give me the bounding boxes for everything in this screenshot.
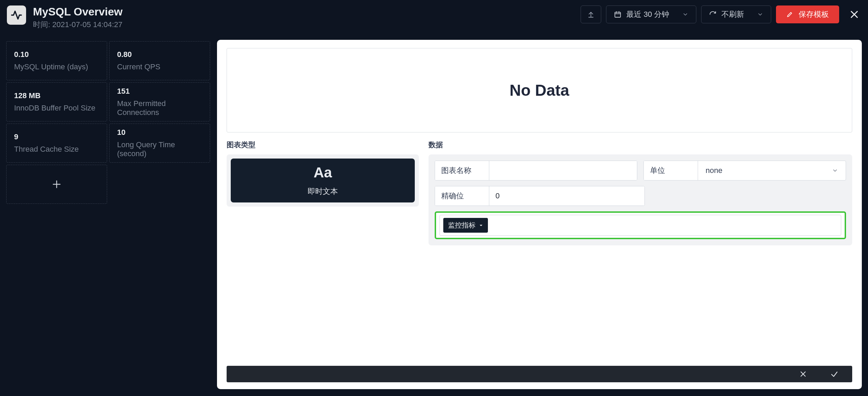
metric-tile-grid: 0.10 MySQL Uptime (days) 0.80 Current QP… (6, 41, 210, 204)
chevron-down-icon (832, 167, 838, 174)
precision-input[interactable] (489, 186, 644, 206)
metric-tile[interactable]: 128 MB InnoDB Buffer Pool Size (6, 82, 107, 121)
metric-label: Current QPS (117, 62, 202, 71)
precision-group: 精确位 (435, 186, 645, 206)
timerange-dropdown[interactable]: 最近 30 分钟 (606, 5, 696, 23)
close-icon (849, 9, 859, 20)
page-title: MySQL Overview (33, 5, 123, 18)
timestamp-prefix: 时间: (33, 20, 52, 29)
form-row: 精确位 (435, 186, 846, 206)
close-button[interactable] (847, 8, 861, 21)
close-icon (799, 370, 807, 378)
data-form: 图表名称 单位 none 精确位 (429, 154, 852, 245)
header-right: 最近 30 分钟 不刷新 保存模板 (581, 5, 861, 23)
editor-footer (227, 366, 852, 382)
metric-label: Max Permitted Connections (117, 99, 202, 117)
editor-body: 图表类型 Aa 即时文本 数据 图表名称 (227, 140, 852, 245)
precision-label: 精确位 (435, 186, 489, 206)
unit-group: 单位 none (643, 161, 846, 180)
upload-button[interactable] (581, 5, 601, 23)
cancel-button[interactable] (799, 370, 807, 378)
chart-type-option-instant-text[interactable]: Aa 即时文本 (231, 159, 415, 202)
metric-tile[interactable]: 0.10 MySQL Uptime (days) (6, 41, 107, 80)
form-row: 图表名称 单位 none (435, 161, 846, 180)
title-block: MySQL Overview 时间: 2021-07-05 14:04:27 (33, 5, 123, 30)
confirm-button[interactable] (830, 370, 838, 378)
refresh-dropdown[interactable]: 不刷新 (701, 5, 771, 23)
chart-name-input[interactable] (489, 161, 637, 180)
plus-icon (52, 179, 62, 189)
unit-value: none (706, 166, 722, 175)
timestamp: 时间: 2021-07-05 14:04:27 (33, 20, 123, 30)
metric-label: Thread Cache Size (14, 145, 99, 154)
unit-label: 单位 (644, 161, 698, 180)
text-icon: Aa (313, 164, 332, 181)
timerange-label: 最近 30 分钟 (626, 9, 669, 20)
caret-down-icon (479, 223, 483, 228)
no-data-label: No Data (510, 81, 569, 100)
save-template-button[interactable]: 保存模板 (776, 5, 839, 23)
metric-tile[interactable]: 9 Thread Cache Size (6, 124, 107, 163)
metric-value: 0.80 (117, 50, 202, 59)
metric-label: InnoDB Buffer Pool Size (14, 104, 99, 113)
metric-chip-label: 监控指标 (448, 221, 476, 230)
save-label: 保存模板 (799, 9, 829, 20)
metric-value: 0.10 (14, 50, 99, 59)
chart-type-option-label: 即时文本 (308, 186, 338, 197)
chart-preview: No Data (227, 48, 852, 132)
metric-label: Long Query Time (second) (117, 140, 202, 158)
metric-value: 151 (117, 87, 202, 96)
metric-tile[interactable]: 151 Max Permitted Connections (109, 82, 210, 121)
chevron-down-icon (757, 11, 763, 18)
refresh-label: 不刷新 (721, 9, 744, 20)
calendar-icon (614, 11, 621, 18)
check-icon (830, 370, 838, 378)
pencil-icon (786, 11, 793, 18)
unit-select[interactable]: none (698, 161, 846, 180)
metric-row-highlighted: 监控指标 (435, 211, 846, 239)
section-title-chart-type: 图表类型 (227, 140, 419, 150)
header: MySQL Overview 时间: 2021-07-05 14:04:27 最… (0, 0, 868, 33)
timestamp-value: 2021-07-05 14:04:27 (52, 20, 122, 29)
chart-name-group: 图表名称 (435, 161, 637, 180)
refresh-icon (709, 11, 717, 18)
metric-tile[interactable]: 10 Long Query Time (second) (109, 124, 210, 163)
chart-type-list: Aa 即时文本 (227, 154, 419, 207)
chart-name-label: 图表名称 (435, 161, 489, 180)
metric-tile[interactable]: 0.80 Current QPS (109, 41, 210, 80)
data-section: 数据 图表名称 单位 none (429, 140, 852, 245)
chart-editor-panel: No Data 图表类型 Aa 即时文本 数据 图表名称 (217, 40, 862, 389)
metric-label: MySQL Uptime (days) (14, 62, 99, 71)
header-left: MySQL Overview 时间: 2021-07-05 14:04:27 (7, 5, 123, 30)
dashboard-logo (7, 5, 26, 25)
chevron-down-icon (682, 11, 688, 18)
section-title-data: 数据 (429, 140, 852, 150)
metric-input[interactable]: 监控指标 (439, 215, 841, 236)
metric-value: 10 (117, 128, 202, 137)
metric-value: 9 (14, 132, 99, 141)
add-tile-button[interactable] (6, 165, 107, 204)
metric-chip[interactable]: 监控指标 (443, 218, 488, 233)
metric-value: 128 MB (14, 91, 99, 100)
chart-type-section: 图表类型 Aa 即时文本 (227, 140, 419, 207)
pulse-icon (11, 9, 22, 21)
upload-icon (587, 11, 595, 18)
svg-rect-0 (615, 12, 621, 18)
